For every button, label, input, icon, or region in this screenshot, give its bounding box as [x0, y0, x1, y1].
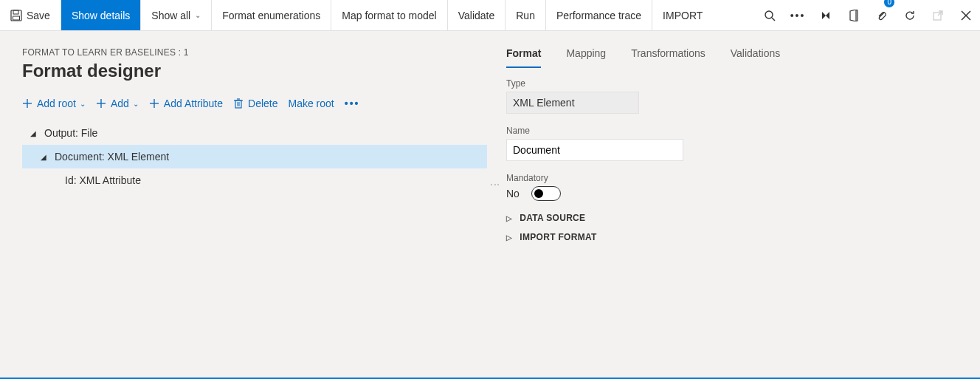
tab-format[interactable]: Format	[506, 47, 541, 68]
name-field: Name	[506, 126, 958, 161]
detail-tabs: Format Mapping Transformations Validatio…	[506, 47, 958, 68]
plus-icon	[96, 98, 106, 109]
type-label: Type	[506, 78, 958, 89]
refresh-icon[interactable]	[896, 0, 924, 30]
tree-node-document[interactable]: ◢ Document: XML Element	[22, 145, 487, 168]
svg-line-4	[772, 18, 775, 21]
name-label: Name	[506, 126, 958, 136]
diamond-icon[interactable]	[812, 0, 840, 30]
top-toolbar: Save Show details Show all ⌄ Format enum…	[0, 0, 980, 31]
show-all-button[interactable]: Show all ⌄	[141, 0, 212, 30]
mandatory-field: Mandatory No	[506, 173, 958, 201]
plus-icon	[149, 98, 159, 109]
more-icon[interactable]: •••	[784, 0, 812, 30]
right-column: ⋮ Format Mapping Transformations Validat…	[494, 47, 958, 378]
left-column: FORMAT TO LEARN ER BASELINES : 1 Format …	[22, 47, 494, 378]
svg-rect-1	[13, 10, 18, 14]
map-format-button[interactable]: Map format to model	[331, 0, 447, 30]
tree-node-id[interactable]: Id: XML Attribute	[22, 168, 487, 192]
chevron-right-icon: ▷	[506, 214, 512, 222]
svg-rect-2	[13, 16, 20, 20]
popout-icon[interactable]	[924, 0, 952, 30]
plus-icon	[22, 98, 32, 109]
collapse-icon[interactable]: ◢	[28, 129, 38, 137]
chevron-down-icon: ⌄	[133, 100, 139, 108]
save-button[interactable]: Save	[0, 0, 61, 30]
mandatory-toggle[interactable]	[531, 186, 561, 201]
collapse-icon[interactable]: ◢	[38, 153, 49, 161]
tab-mapping[interactable]: Mapping	[566, 47, 606, 68]
show-all-label: Show all	[151, 10, 190, 21]
attachment-badge: 0	[884, 0, 894, 7]
svg-point-3	[765, 11, 773, 18]
make-root-button[interactable]: Make root	[289, 98, 334, 109]
chevron-right-icon: ▷	[506, 233, 512, 242]
tree-node-output[interactable]: ◢ Output: File	[22, 121, 487, 145]
chevron-down-icon: ⌄	[195, 11, 201, 19]
name-input[interactable]	[506, 139, 683, 161]
import-button[interactable]: IMPORT	[652, 0, 713, 30]
toggle-knob	[534, 189, 543, 198]
trash-icon	[233, 98, 244, 109]
search-icon[interactable]	[756, 0, 784, 30]
run-button[interactable]: Run	[505, 0, 546, 30]
office-icon[interactable]	[840, 0, 868, 30]
format-enumerations-button[interactable]: Format enumerations	[212, 0, 331, 30]
show-details-label: Show details	[72, 10, 130, 21]
performance-trace-button[interactable]: Performance trace	[546, 0, 652, 30]
tree-action-bar: Add root ⌄ Add ⌄ Add Attribute Delete Ma…	[22, 95, 487, 118]
type-field: Type XML Element	[506, 78, 958, 114]
chevron-down-icon: ⌄	[80, 100, 86, 108]
tab-validations[interactable]: Validations	[731, 47, 780, 68]
tab-transformations[interactable]: Transformations	[631, 47, 705, 68]
data-source-expander[interactable]: ▷ DATA SOURCE	[506, 213, 958, 223]
breadcrumb: FORMAT TO LEARN ER BASELINES : 1	[22, 47, 487, 58]
mandatory-label: Mandatory	[506, 173, 958, 183]
type-value: XML Element	[506, 92, 639, 114]
page-title: Format designer	[22, 61, 487, 81]
format-tree: ◢ Output: File ◢ Document: XML Element I…	[22, 121, 487, 192]
more-actions-button[interactable]: •••	[345, 98, 360, 109]
delete-button[interactable]: Delete	[233, 98, 277, 109]
close-icon[interactable]	[952, 0, 980, 30]
mandatory-value: No	[506, 188, 520, 199]
save-icon	[10, 10, 22, 21]
svg-rect-14	[235, 100, 241, 108]
drag-handle-icon[interactable]: ⋮	[490, 180, 500, 189]
show-details-button[interactable]: Show details	[61, 0, 141, 30]
attachment-icon[interactable]: 0	[868, 0, 896, 30]
content-area: FORMAT TO LEARN ER BASELINES : 1 Format …	[0, 31, 980, 378]
save-label: Save	[27, 10, 50, 21]
add-button[interactable]: Add ⌄	[96, 98, 139, 109]
validate-button[interactable]: Validate	[448, 0, 506, 30]
add-attribute-button[interactable]: Add Attribute	[149, 98, 223, 109]
import-format-expander[interactable]: ▷ IMPORT FORMAT	[506, 232, 958, 242]
add-root-button[interactable]: Add root ⌄	[22, 98, 86, 109]
